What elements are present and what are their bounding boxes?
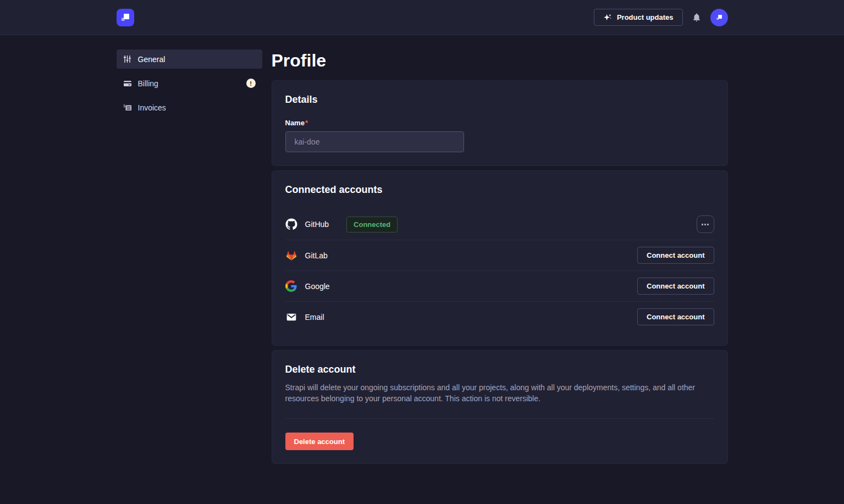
sidebar-item-invoices[interactable]: $ Invoices bbox=[117, 98, 262, 117]
provider-name: Email bbox=[305, 313, 324, 322]
account-row-github: GitHub Connected bbox=[285, 209, 714, 240]
github-icon bbox=[285, 218, 297, 230]
notifications-button[interactable] bbox=[692, 12, 702, 23]
invoice-icon: $ bbox=[123, 103, 132, 112]
account-row-email: Email Connect account bbox=[285, 301, 714, 332]
email-connect-button[interactable]: Connect account bbox=[637, 308, 714, 325]
svg-text:$: $ bbox=[123, 103, 125, 108]
connected-status-badge: Connected bbox=[346, 217, 398, 232]
delete-account-description: Strapi will delete your ongoing subscrip… bbox=[285, 382, 714, 404]
credit-card-icon bbox=[123, 79, 132, 88]
product-updates-label: Product updates bbox=[617, 13, 674, 21]
top-bar: Product updates bbox=[0, 0, 844, 35]
divider bbox=[285, 418, 714, 419]
github-more-button[interactable] bbox=[697, 215, 714, 233]
delete-account-card: Delete account Strapi will delete your o… bbox=[272, 350, 728, 464]
name-input[interactable] bbox=[285, 131, 464, 152]
strapi-logo-icon[interactable] bbox=[117, 9, 134, 26]
email-icon bbox=[285, 311, 297, 323]
product-updates-button[interactable]: Product updates bbox=[594, 9, 683, 26]
required-asterisk: * bbox=[305, 119, 308, 127]
sparkles-icon bbox=[603, 13, 612, 22]
gitlab-connect-button[interactable]: Connect account bbox=[637, 247, 714, 264]
delete-account-heading: Delete account bbox=[285, 364, 714, 375]
connected-accounts-heading: Connected accounts bbox=[285, 184, 714, 196]
google-connect-button[interactable]: Connect account bbox=[637, 278, 714, 295]
sidebar-item-general[interactable]: General bbox=[117, 49, 262, 69]
page-title: Profile bbox=[272, 49, 728, 71]
provider-name: GitHub bbox=[305, 220, 329, 229]
details-heading: Details bbox=[285, 94, 714, 106]
delete-account-button[interactable]: Delete account bbox=[285, 433, 354, 450]
ellipsis-icon bbox=[702, 224, 703, 225]
sliders-icon bbox=[123, 55, 132, 64]
provider-name: Google bbox=[305, 282, 330, 291]
gitlab-icon bbox=[285, 250, 297, 262]
sidebar-item-billing[interactable]: Billing ! bbox=[117, 74, 262, 93]
strapi-mark-icon bbox=[117, 9, 134, 26]
settings-sidebar: General Billing ! $ bbox=[117, 49, 262, 122]
details-card: Details Name* bbox=[272, 80, 728, 166]
user-avatar[interactable] bbox=[710, 9, 728, 26]
sidebar-item-label: Billing bbox=[138, 79, 158, 88]
bell-icon bbox=[692, 12, 702, 23]
sidebar-item-label: Invoices bbox=[138, 103, 166, 112]
connected-accounts-card: Connected accounts GitHub Connected bbox=[272, 170, 728, 346]
account-row-gitlab: GitLab Connect account bbox=[285, 240, 714, 270]
provider-name: GitLab bbox=[305, 251, 328, 260]
name-label: Name* bbox=[285, 119, 714, 127]
sidebar-item-label: General bbox=[138, 55, 166, 64]
google-icon bbox=[285, 280, 297, 292]
avatar-strapi-mark-icon bbox=[714, 12, 725, 23]
billing-warning-badge: ! bbox=[246, 79, 256, 88]
profile-content: Profile Details Name* Connected accounts… bbox=[272, 49, 728, 468]
account-row-google: Google Connect account bbox=[285, 270, 714, 301]
